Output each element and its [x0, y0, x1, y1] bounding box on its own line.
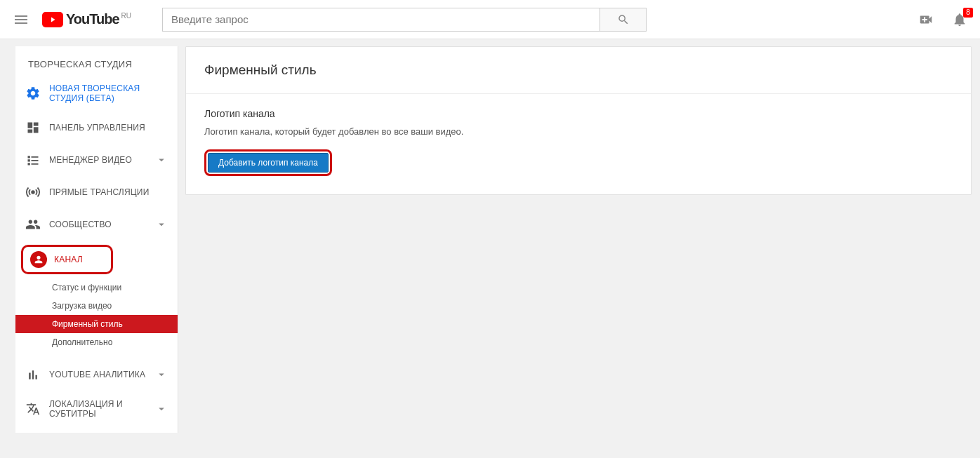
- section-title: Логотип канала: [204, 108, 953, 119]
- add-channel-logo-button[interactable]: Добавить логотип канала: [208, 153, 329, 173]
- notifications-icon[interactable]: 8: [952, 12, 967, 27]
- search-box: [162, 8, 647, 32]
- nav-channel[interactable]: КАНАЛ: [21, 245, 113, 274]
- search-input[interactable]: [163, 8, 600, 31]
- youtube-logo[interactable]: YouTube RU: [42, 11, 131, 27]
- search-button[interactable]: [600, 8, 646, 31]
- nav-community[interactable]: СООБЩЕСТВО: [15, 208, 178, 241]
- logo-text: YouTube: [66, 11, 119, 27]
- branding-panel: Фирменный стиль Логотип канала Логотип к…: [185, 46, 972, 195]
- video-manager-icon: [25, 152, 41, 168]
- chevron-down-icon: [155, 218, 168, 231]
- main-content: Фирменный стиль Логотип канала Логотип к…: [178, 39, 980, 433]
- country-code: RU: [121, 12, 131, 20]
- translate-icon: [25, 401, 41, 417]
- sub-upload-defaults[interactable]: Загрузка видео: [15, 297, 178, 315]
- nav-video-manager[interactable]: МЕНЕДЖЕР ВИДЕО: [15, 144, 178, 176]
- sidebar: ТВОРЧЕСКАЯ СТУДИЯ НОВАЯ ТВОРЧЕСКАЯ СТУДИ…: [15, 46, 178, 433]
- chevron-down-icon: [155, 154, 168, 166]
- svg-point-0: [31, 190, 35, 194]
- community-icon: [25, 217, 41, 232]
- nav-translations[interactable]: ЛОКАЛИЗАЦИЯ И СУБТИТРЫ: [15, 391, 178, 427]
- channel-submenu: Статус и функции Загрузка видео Фирменны…: [15, 278, 178, 351]
- play-icon: [42, 12, 63, 27]
- sub-advanced[interactable]: Дополнительно: [15, 333, 178, 351]
- notification-badge: 8: [963, 8, 973, 18]
- section-description: Логотип канала, который будет добавлен в…: [204, 126, 953, 137]
- header: YouTube RU 8: [0, 0, 980, 39]
- search-icon: [617, 13, 630, 26]
- dashboard-icon: [25, 120, 41, 135]
- page-title: Фирменный стиль: [204, 62, 953, 78]
- nav-analytics[interactable]: YOUTUBE АНАЛИТИКА: [15, 358, 178, 391]
- upload-video-icon[interactable]: [918, 12, 934, 27]
- live-icon: [25, 184, 41, 200]
- chevron-down-icon: [155, 368, 168, 381]
- person-icon: [30, 251, 47, 268]
- chevron-down-icon: [155, 403, 168, 415]
- nav-new-studio-beta[interactable]: НОВАЯ ТВОРЧЕСКАЯ СТУДИЯ (БЕТА): [15, 75, 178, 112]
- sub-status[interactable]: Статус и функции: [15, 278, 178, 297]
- nav-live-streaming[interactable]: ПРЯМЫЕ ТРАНСЛЯЦИИ: [15, 176, 178, 208]
- analytics-icon: [25, 367, 41, 382]
- sub-branding[interactable]: Фирменный стиль: [15, 315, 178, 333]
- nav-dashboard[interactable]: ПАНЕЛЬ УПРАВЛЕНИЯ: [15, 112, 178, 144]
- hamburger-menu-icon[interactable]: [13, 11, 29, 28]
- sidebar-title: ТВОРЧЕСКАЯ СТУДИЯ: [15, 59, 178, 75]
- gear-icon: [25, 86, 41, 101]
